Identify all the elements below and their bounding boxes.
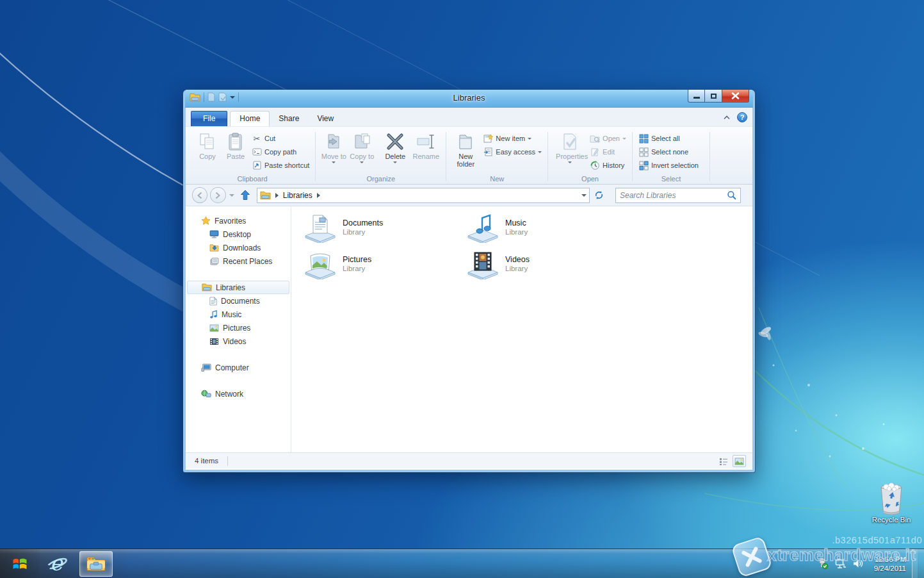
item-type: Library: [505, 265, 530, 272]
tab-home[interactable]: Home: [230, 111, 270, 127]
taskbar-internet-explorer-button[interactable]: e: [40, 549, 74, 578]
libraries-icon: [202, 283, 212, 292]
items-count: 4 items: [195, 457, 218, 465]
taskbar-explorer-button[interactable]: [79, 551, 113, 577]
sidebar-item-pictures[interactable]: Pictures: [186, 321, 291, 334]
maximize-button[interactable]: [705, 90, 722, 103]
item-name: Documents: [343, 219, 383, 227]
maximize-icon: [711, 94, 717, 99]
group-label-clipboard: Clipboard: [190, 175, 315, 183]
move-to-button[interactable]: Move to: [320, 130, 348, 163]
start-button[interactable]: [0, 549, 40, 578]
rename-button[interactable]: Rename: [410, 130, 442, 160]
cut-button[interactable]: ✂ Cut: [250, 133, 311, 144]
network-tray-icon[interactable]: [834, 558, 847, 569]
copy-button[interactable]: Copy: [193, 130, 222, 160]
edit-button[interactable]: Edit: [588, 146, 628, 158]
easy-access-button[interactable]: Easy access: [481, 146, 544, 158]
flower-sparkle: [758, 326, 772, 341]
minimize-button[interactable]: [688, 90, 705, 103]
details-view-button[interactable]: [717, 455, 730, 467]
ribbon-group-organize: Move to Copy to Delete: [316, 128, 446, 184]
sidebar-item-music[interactable]: Music: [186, 308, 291, 321]
copy-icon: [199, 131, 216, 152]
tab-view[interactable]: View: [308, 111, 343, 126]
tab-share[interactable]: Share: [270, 111, 308, 126]
window-title: Libraries: [185, 93, 753, 103]
item-name: Videos: [505, 255, 530, 264]
new-folder-icon: [457, 131, 474, 152]
status-separator: [227, 456, 228, 466]
title-bar[interactable]: Libraries: [185, 90, 753, 108]
paste-shortcut-button[interactable]: Paste shortcut: [250, 160, 311, 171]
music-icon: [209, 310, 218, 319]
new-folder-button[interactable]: New folder: [450, 130, 481, 168]
address-dropdown-icon[interactable]: [581, 194, 587, 197]
item-type: Library: [343, 228, 383, 236]
recent-pages-dropdown-icon[interactable]: [229, 194, 234, 197]
breadcrumb-arrow-icon[interactable]: [275, 193, 279, 198]
address-bar[interactable]: Libraries: [257, 188, 590, 203]
tab-file[interactable]: File: [191, 111, 227, 126]
sidebar-item-desktop[interactable]: Desktop: [186, 227, 291, 241]
dropdown-arrow-icon: [568, 161, 572, 163]
paste-button[interactable]: Paste: [222, 130, 250, 160]
thumbnail-view-button[interactable]: [733, 455, 746, 467]
open-button[interactable]: Open: [588, 133, 628, 144]
open-icon: [590, 133, 600, 144]
invert-selection-button[interactable]: Invert selection: [636, 160, 701, 171]
system-tray: 12:56 PM 9/24/2011: [816, 549, 924, 578]
show-desktop-button[interactable]: [912, 549, 918, 578]
back-button[interactable]: [192, 187, 207, 203]
copy-path-icon: [252, 147, 262, 157]
properties-button[interactable]: Properties: [552, 130, 588, 163]
refresh-button[interactable]: [592, 188, 606, 203]
sidebar-item-network[interactable]: Network: [186, 387, 291, 400]
usb-device-tray-icon[interactable]: [816, 557, 829, 570]
recycle-bin[interactable]: Recycle Bin: [868, 482, 914, 524]
volume-tray-icon[interactable]: [852, 558, 864, 569]
downloads-icon: [209, 244, 219, 252]
help-button[interactable]: ?: [737, 112, 747, 122]
internet-explorer-icon: e: [46, 553, 68, 575]
close-button[interactable]: [722, 90, 749, 103]
copy-path-button[interactable]: Copy path: [250, 146, 311, 158]
library-tile-music[interactable]: Music Library: [466, 211, 628, 248]
select-none-button[interactable]: Select none: [636, 146, 701, 158]
group-label-open: Open: [548, 175, 632, 183]
breadcrumb-arrow-icon[interactable]: [317, 193, 320, 198]
search-box[interactable]: [615, 188, 741, 203]
library-tile-documents[interactable]: Documents Library: [303, 211, 466, 248]
sidebar-label: Computer: [215, 363, 249, 372]
library-tile-pictures[interactable]: Pictures Library: [303, 248, 466, 285]
sidebar-item-recent-places[interactable]: Recent Places: [186, 254, 291, 268]
forward-button[interactable]: [210, 187, 225, 203]
recycle-bin-label: Recycle Bin: [868, 516, 914, 524]
select-all-button[interactable]: Select all: [636, 133, 701, 144]
search-input[interactable]: [620, 191, 727, 200]
details-view-icon: [719, 458, 728, 465]
chevron-up-icon: [723, 115, 731, 120]
search-icon[interactable]: [727, 190, 736, 200]
sidebar-item-computer[interactable]: Computer: [186, 361, 291, 374]
sidebar-label: Music: [222, 310, 241, 319]
recent-places-icon: [209, 257, 219, 265]
up-button[interactable]: [238, 188, 253, 203]
sidebar-item-libraries[interactable]: Libraries: [187, 281, 289, 294]
new-item-button[interactable]: New item: [481, 133, 544, 144]
taskbar-clock[interactable]: 12:56 PM 9/24/2011: [870, 555, 906, 573]
sidebar-item-downloads[interactable]: Downloads: [186, 241, 291, 254]
delete-button[interactable]: Delete: [380, 130, 410, 163]
documents-library-icon: [303, 213, 337, 243]
dropdown-arrow-icon: [528, 138, 531, 140]
group-label-select: Select: [633, 175, 709, 183]
sidebar-item-videos[interactable]: Videos: [186, 334, 291, 348]
breadcrumb-libraries[interactable]: Libraries: [283, 191, 312, 200]
copy-to-button[interactable]: Copy to: [348, 130, 376, 163]
minimize-ribbon-button[interactable]: [723, 115, 731, 120]
history-button[interactable]: History: [588, 160, 628, 171]
library-tile-videos[interactable]: Videos Library: [466, 248, 628, 285]
sidebar-item-favorites[interactable]: Favorites: [186, 214, 291, 227]
navigation-pane: Favorites Desktop Downloads Recent Place…: [186, 206, 291, 452]
sidebar-item-documents[interactable]: Documents: [186, 294, 291, 308]
